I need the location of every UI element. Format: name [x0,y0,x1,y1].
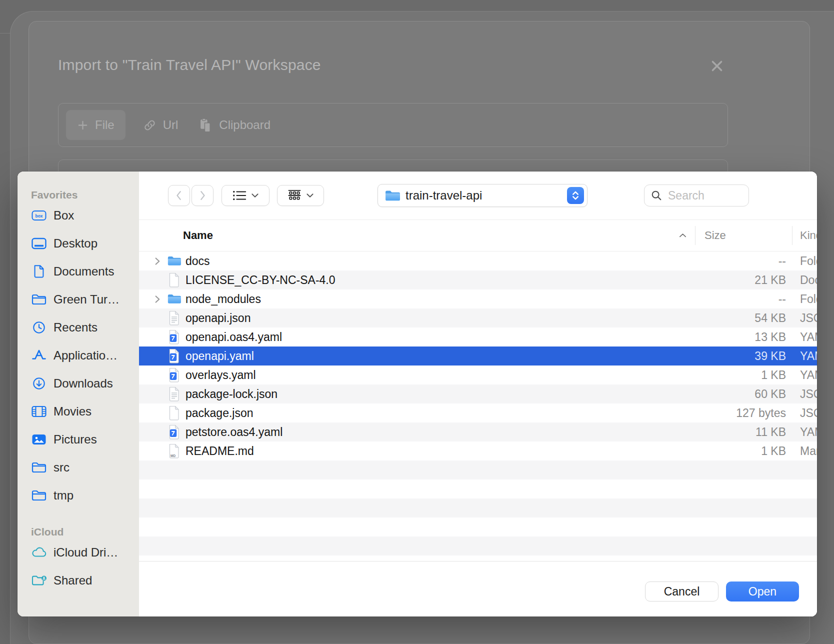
file-name: README.md [186,444,254,458]
open-button[interactable]: Open [726,582,799,602]
file-row-docs[interactable]: docs--Folder [139,252,817,270]
empty-row [139,498,817,518]
disclosure-chevron[interactable] [154,294,167,304]
location-dropdown[interactable]: train-travel-api [378,184,588,207]
import-source-tabs: File Url Clipboard [58,103,728,147]
file-size: 11 KB [695,426,792,439]
search-input[interactable] [667,188,744,203]
chevron-right-icon [154,294,160,304]
location-label: train-travel-api [406,188,482,202]
dialog-footer: Cancel Open [139,561,817,616]
tab-clipboard[interactable]: Clipboard [188,118,281,132]
file-row-package-lock-json[interactable]: package-lock.json60 KBJSON [139,384,817,404]
svg-text:MD: MD [170,454,176,458]
folder-icon [167,292,181,306]
sidebar-item-icloud-dri[interactable]: iCloud Dri… [31,538,139,566]
file-kind: JSON [792,388,817,401]
file-row-package-json[interactable]: package.json127 bytesJSON [139,404,817,422]
chevron-right-icon [198,190,206,202]
group-view-button[interactable] [277,185,324,206]
file-row-readme-md[interactable]: MDREADME.md1 KBMarkdown [139,442,817,460]
chevron-down-icon [306,192,314,198]
list-header: Name Size Kind [139,220,817,252]
tab-url[interactable]: Url [132,118,189,132]
file-size: 21 KB [695,274,792,287]
tab-url-label: Url [163,118,178,132]
clipboard-icon [199,118,212,132]
tab-file[interactable]: File [66,110,126,140]
empty-row [139,518,817,536]
column-header-kind[interactable]: Kind [792,229,817,242]
plus-icon [77,120,88,131]
file-name-cell: docs [139,252,695,270]
file-row-node-modules[interactable]: node_modules--Folder [139,290,817,308]
import-modal-title: Import to "Train Travel API" Workspace [58,56,321,74]
file-kind: Document [792,274,817,287]
file-row-license-cc-by-nc-sa-4-0[interactable]: LICENSE_CC-BY-NC-SA-4.021 KBDocument [139,270,817,290]
back-button[interactable] [168,185,190,206]
sidebar-item-src[interactable]: src [31,454,139,482]
sidebar-item-applicatio[interactable]: Applicatio… [31,342,139,370]
file-name-cell: overlays.yaml [139,366,695,384]
file-list: docs--FolderLICENSE_CC-BY-NC-SA-4.021 KB… [139,252,817,561]
file-name: openapi.json [186,312,250,325]
sidebar-item-shared[interactable]: Shared [31,566,139,594]
list-view-button[interactable] [222,185,270,206]
file-name-cell: package-lock.json [139,384,695,404]
doc-blank-icon [167,406,181,420]
dialog-toolbar: train-travel-api [139,172,817,220]
file-kind: YAML [792,368,817,382]
sidebar-item-recents[interactable]: Recents [31,314,139,342]
sidebar-item-documents[interactable]: Documents [31,258,139,286]
file-name-cell: petstore.oas4.yaml [139,422,695,442]
file-name: docs [186,254,210,268]
forward-button[interactable] [192,185,214,206]
film-icon [31,404,47,418]
file-name-cell: MDREADME.md [139,442,695,460]
sidebar-section-favorites: Favorites [31,188,139,202]
file-row-openapi-yaml[interactable]: openapi.yaml39 KBYAML [139,346,817,366]
file-size: 60 KB [695,388,792,401]
shared-folder-icon [31,574,47,588]
file-row-petstore-oas4-yaml[interactable]: petstore.oas4.yaml11 KBYAML [139,422,817,442]
file-kind: YAML [792,330,817,344]
link-icon [143,118,156,132]
sidebar-item-label: Shared [54,574,92,588]
column-header-size[interactable]: Size [695,226,792,244]
sidebar-item-tmp[interactable]: tmp [31,482,139,510]
sidebar-item-green-tur[interactable]: Green Tur… [31,286,139,314]
sidebar-item-label: Box [54,208,74,222]
location-stepper[interactable] [567,187,584,204]
sidebar-item-movies[interactable]: Movies [31,398,139,426]
close-icon[interactable] [710,58,724,74]
doc-yaml-icon [167,348,181,364]
disclosure-chevron[interactable] [154,256,167,266]
folder-outline-icon [31,488,47,502]
file-kind: Folder [792,254,817,268]
file-row-openapi-json[interactable]: openapi.json54 KBJSON [139,308,817,328]
search-field[interactable] [644,184,749,206]
sidebar-item-desktop[interactable]: Desktop [31,230,139,258]
file-row-overlays-yaml[interactable]: overlays.yaml1 KBYAML [139,366,817,384]
file-name-cell: LICENSE_CC-BY-NC-SA-4.0 [139,270,695,290]
file-size: 13 KB [695,330,792,344]
sidebar-item-box[interactable]: boxBox [31,202,139,230]
sidebar-item-pictures[interactable]: Pictures [31,426,139,454]
cloud-icon [31,546,47,560]
file-name: petstore.oas4.yaml [186,426,282,439]
image-icon [31,432,47,446]
file-name-cell: openapi.json [139,308,695,328]
file-name: node_modules [186,292,261,306]
appstore-icon [31,348,47,362]
sidebar-item-label: Downloads [54,376,113,390]
sidebar-item-downloads[interactable]: Downloads [31,370,139,398]
column-header-name[interactable]: Name [139,220,695,251]
file-name-cell: package.json [139,404,695,422]
sidebar-item-label: Recents [54,320,98,334]
file-row-openapi-oas4-yaml[interactable]: openapi.oas4.yaml13 KBYAML [139,328,817,346]
sidebar-item-label: tmp [54,488,74,502]
doc-lines-icon [167,310,181,326]
sidebar-item-label: Green Tur… [54,292,120,306]
file-name: package-lock.json [186,388,278,401]
cancel-button[interactable]: Cancel [645,582,718,602]
